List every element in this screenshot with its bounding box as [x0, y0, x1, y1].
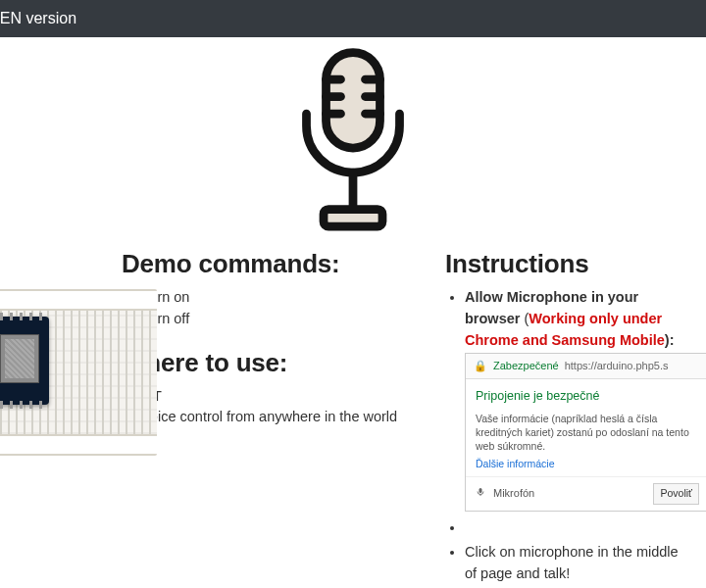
mic-label: Mikrofón — [493, 485, 534, 502]
url-text: https://arduino.php5.s — [565, 358, 669, 374]
browser-permission-popup: 🔒 Zabezpečené https://arduino.php5.s Pri… — [465, 353, 706, 511]
demo-commands-heading: Demo commands: — [122, 249, 418, 279]
more-info-link[interactable]: Ďalšie informácie — [476, 457, 699, 472]
microphone-icon[interactable] — [279, 227, 427, 244]
instructions-list: Allow Microphone in your browser (Workin… — [445, 287, 682, 588]
microphone-hero — [0, 37, 706, 249]
page-version-label: - EN version — [0, 10, 76, 26]
svg-rect-9 — [479, 488, 482, 493]
instructions-heading: Instructions — [445, 249, 682, 279]
lock-icon: 🔒 — [474, 358, 487, 374]
top-nav-bar: - EN version — [0, 0, 706, 37]
where-to-use-list: IoT Voice control from anywhere in the w… — [122, 386, 418, 429]
svg-rect-8 — [324, 210, 382, 227]
list-item: IoT — [141, 386, 418, 408]
mic-small-icon — [476, 485, 485, 502]
demo-commands-list: Turn on Turn off — [122, 287, 418, 330]
connection-secure-title: Pripojenie je bezpečné — [476, 387, 699, 406]
list-item: Turn off — [141, 309, 418, 330]
permission-url-bar: 🔒 Zabezpečené https://arduino.php5.s — [466, 354, 706, 379]
list-item: Allow Microphone in your browser (Workin… — [465, 287, 682, 512]
where-to-use-heading: Where to use: — [122, 348, 418, 378]
left-heading: te — [0, 249, 94, 279]
list-item: Voice control from anywhere in the world — [141, 407, 418, 428]
instr-paren-close: ): — [665, 332, 675, 348]
connection-secure-body: Vaše informácie (napríklad heslá a čísla… — [476, 412, 699, 454]
secure-label: Zabezpečené — [493, 358, 559, 374]
list-item — [465, 517, 682, 539]
nodemcu-photo — [0, 289, 157, 456]
allow-button[interactable]: Povoliť — [653, 483, 699, 505]
list-item: Turn on — [141, 287, 418, 309]
list-item: Click on microphone in the middle of pag… — [465, 542, 682, 585]
